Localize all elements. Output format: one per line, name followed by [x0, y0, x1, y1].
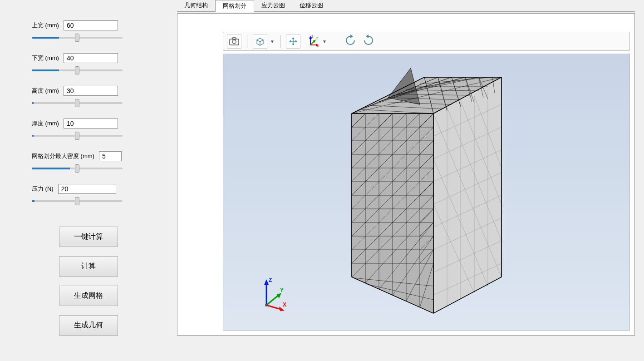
param-pressure: 压力 (N) [32, 184, 145, 204]
sidebar-parameters: 上宽 (mm) 下宽 (mm) 高度 (mm) [0, 0, 177, 361]
mesh-rendering [320, 54, 533, 318]
svg-text:Y: Y [316, 37, 318, 40]
bottom-width-label: 下宽 (mm) [32, 54, 59, 62]
bottom-width-slider[interactable] [32, 69, 123, 71]
top-width-label: 上宽 (mm) [32, 21, 59, 30]
bottom-width-input[interactable] [64, 53, 118, 63]
mesh-density-slider[interactable] [32, 168, 123, 169]
cube-view-dropdown-icon[interactable]: ▼ [270, 39, 275, 44]
pressure-label: 压力 (N) [32, 185, 54, 193]
pressure-slider[interactable] [32, 200, 123, 202]
axes-dropdown-icon[interactable]: ▼ [322, 39, 327, 44]
one-click-compute-button[interactable]: 一键计算 [59, 227, 118, 247]
viewport-toolbar: ▼ Z Y X ▼ [223, 32, 630, 51]
generate-mesh-button[interactable]: 生成网格 [59, 286, 118, 306]
param-mesh-density: 网格划分最大密度 (mm) [32, 151, 145, 171]
mesh-density-input[interactable] [99, 151, 122, 161]
param-thickness: 厚度 (mm) [32, 119, 145, 138]
action-button-group: 一键计算 计算 生成网格 生成几何 [32, 227, 145, 336]
svg-marker-12 [350, 35, 353, 38]
height-input[interactable] [64, 86, 118, 96]
pressure-input[interactable] [58, 184, 116, 194]
svg-marker-13 [366, 35, 369, 38]
tab-bar: 几何结构 网格划分 应力云图 位移云图 [177, 0, 635, 12]
tab-mesh[interactable]: 网格划分 [215, 0, 254, 12]
viewport-container: ▼ Z Y X ▼ [177, 13, 635, 336]
thickness-label: 厚度 (mm) [32, 119, 59, 128]
param-bottom-width: 下宽 (mm) [32, 53, 145, 73]
thickness-slider[interactable] [32, 135, 123, 137]
pan-icon[interactable] [286, 34, 300, 49]
height-slider[interactable] [32, 102, 123, 104]
orientation-triad: Z X Y [257, 276, 294, 312]
mesh-viewport[interactable]: Z X Y [223, 54, 630, 331]
tab-displacement[interactable]: 位移云图 [292, 0, 330, 11]
param-height: 高度 (mm) [32, 86, 145, 106]
svg-text:Z: Z [311, 35, 314, 38]
axes-triad-icon[interactable]: Z Y X [306, 35, 320, 48]
top-width-input[interactable] [64, 20, 118, 30]
cube-view-icon[interactable] [253, 34, 267, 49]
svg-text:X: X [317, 45, 319, 48]
compute-button[interactable]: 计算 [59, 256, 118, 277]
height-label: 高度 (mm) [32, 87, 59, 95]
svg-marker-119 [264, 279, 269, 285]
camera-icon[interactable] [227, 34, 241, 49]
rotate-cw-icon[interactable] [344, 34, 357, 49]
param-top-width: 上宽 (mm) [32, 20, 145, 40]
tab-stress[interactable]: 应力云图 [254, 0, 292, 11]
svg-text:Y: Y [280, 287, 284, 293]
thickness-input[interactable] [64, 119, 118, 129]
generate-geometry-button[interactable]: 生成几何 [59, 315, 118, 336]
rotate-ccw-icon[interactable] [362, 34, 375, 49]
svg-text:Z: Z [269, 277, 272, 283]
mesh-density-label: 网格划分最大密度 (mm) [32, 152, 94, 160]
svg-text:X: X [283, 302, 286, 308]
svg-marker-125 [276, 293, 281, 298]
svg-line-124 [266, 295, 279, 305]
tab-geometry[interactable]: 几何结构 [177, 0, 215, 11]
svg-point-1 [232, 40, 236, 44]
top-width-slider[interactable] [32, 37, 123, 39]
svg-point-127 [265, 304, 268, 307]
svg-rect-2 [232, 38, 236, 40]
